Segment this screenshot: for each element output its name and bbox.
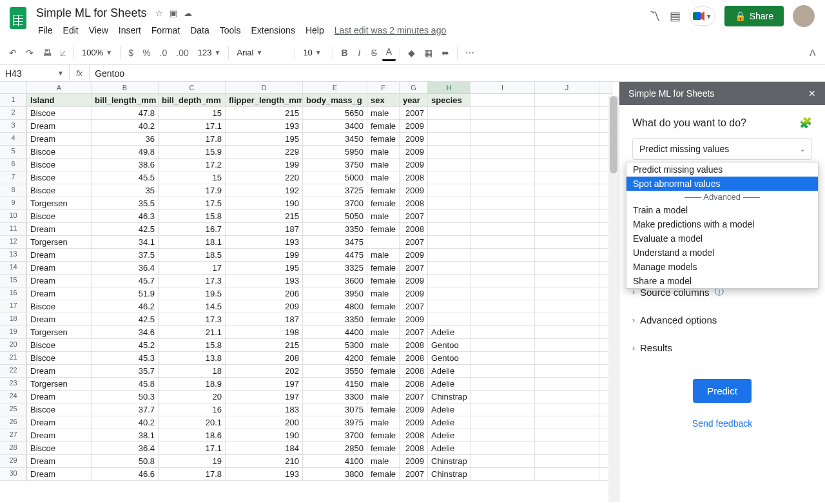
cell[interactable]: Torgersen bbox=[27, 197, 92, 210]
cell[interactable]: 2008 bbox=[400, 197, 428, 210]
cell[interactable]: 47.8 bbox=[92, 107, 159, 120]
row-header[interactable]: 23 bbox=[0, 378, 27, 391]
row-header[interactable]: 22 bbox=[0, 365, 27, 378]
cell[interactable]: Dream bbox=[27, 275, 92, 287]
cell[interactable] bbox=[535, 300, 599, 313]
cell[interactable] bbox=[535, 120, 599, 133]
cell[interactable] bbox=[428, 120, 471, 133]
cell[interactable]: 35.7 bbox=[92, 365, 159, 378]
cell[interactable] bbox=[535, 133, 599, 146]
header-cell[interactable]: sex bbox=[367, 94, 400, 107]
row-header[interactable]: 8 bbox=[0, 184, 27, 197]
cell[interactable]: male bbox=[367, 378, 400, 391]
cell[interactable]: 37.5 bbox=[92, 249, 159, 262]
cell[interactable]: Dream bbox=[27, 120, 92, 133]
column-header[interactable]: E bbox=[303, 82, 367, 94]
cell[interactable]: 2008 bbox=[400, 171, 428, 184]
cell[interactable] bbox=[471, 236, 535, 249]
cell[interactable]: 215 bbox=[226, 210, 303, 223]
task-predictions[interactable]: Make predictions with a model bbox=[626, 217, 818, 231]
cell[interactable]: female bbox=[367, 313, 400, 326]
cell[interactable]: female bbox=[367, 133, 400, 146]
percent-button[interactable]: % bbox=[139, 45, 154, 61]
cell[interactable]: 38.6 bbox=[92, 159, 159, 171]
cell[interactable]: 183 bbox=[226, 403, 303, 416]
task-predict-missing[interactable]: Predict missing values bbox=[626, 162, 818, 177]
cell[interactable]: 190 bbox=[226, 429, 303, 442]
print-button[interactable]: 🖶 bbox=[39, 45, 55, 61]
cell[interactable] bbox=[471, 184, 535, 197]
cell[interactable] bbox=[535, 210, 599, 223]
cell[interactable]: male bbox=[367, 146, 400, 159]
cell[interactable]: 3350 bbox=[303, 313, 367, 326]
cell[interactable]: 16.7 bbox=[159, 223, 226, 236]
cell[interactable]: 5950 bbox=[303, 146, 367, 159]
row-header[interactable]: 18 bbox=[0, 313, 27, 326]
cell[interactable]: female bbox=[367, 442, 400, 455]
cell[interactable]: 15 bbox=[159, 171, 226, 184]
cell[interactable]: 2008 bbox=[400, 365, 428, 378]
cell[interactable]: 17.5 bbox=[159, 197, 226, 210]
cell[interactable] bbox=[535, 391, 599, 403]
cell[interactable]: Biscoe bbox=[27, 300, 92, 313]
row-header[interactable]: 19 bbox=[0, 326, 27, 339]
cell[interactable] bbox=[471, 223, 535, 236]
menu-data[interactable]: Data bbox=[186, 23, 214, 38]
cell[interactable]: Adelie bbox=[428, 365, 471, 378]
cell[interactable]: 202 bbox=[226, 365, 303, 378]
cell[interactable]: male bbox=[367, 107, 400, 120]
cell[interactable]: 193 bbox=[226, 275, 303, 287]
cell[interactable]: Adelie bbox=[428, 326, 471, 339]
cell[interactable]: 187 bbox=[226, 313, 303, 326]
last-edit[interactable]: Last edit was 2 minutes ago bbox=[330, 23, 451, 38]
cell[interactable]: 49.8 bbox=[92, 146, 159, 159]
cell[interactable] bbox=[428, 236, 471, 249]
row-header[interactable]: 15 bbox=[0, 275, 27, 287]
cell[interactable] bbox=[471, 107, 535, 120]
cell[interactable]: 15 bbox=[159, 107, 226, 120]
cell[interactable]: 15.9 bbox=[159, 146, 226, 159]
cell[interactable]: 36 bbox=[92, 133, 159, 146]
cell[interactable]: female bbox=[367, 120, 400, 133]
cell[interactable]: Dream bbox=[27, 416, 92, 429]
comments-icon[interactable]: ▤ bbox=[670, 9, 681, 23]
cell[interactable]: 2009 bbox=[400, 455, 428, 468]
cell[interactable] bbox=[535, 146, 599, 159]
cell[interactable]: 45.5 bbox=[92, 171, 159, 184]
cell[interactable]: 4400 bbox=[303, 326, 367, 339]
menu-extensions[interactable]: Extensions bbox=[246, 23, 299, 38]
cell[interactable]: 18.6 bbox=[159, 429, 226, 442]
cell[interactable]: Biscoe bbox=[27, 210, 92, 223]
column-header[interactable]: D bbox=[226, 82, 303, 94]
cell[interactable]: 229 bbox=[226, 146, 303, 159]
cell[interactable]: Dream bbox=[27, 391, 92, 403]
cell[interactable]: 3400 bbox=[303, 120, 367, 133]
cell[interactable] bbox=[535, 287, 599, 300]
cell[interactable]: 17 bbox=[159, 262, 226, 275]
task-spot-abnormal[interactable]: Spot abnormal values bbox=[626, 177, 818, 191]
cell[interactable]: Torgersen bbox=[27, 378, 92, 391]
cell[interactable]: 15.8 bbox=[159, 339, 226, 352]
row-header[interactable]: 20 bbox=[0, 339, 27, 352]
cell[interactable]: Dream bbox=[27, 429, 92, 442]
row-header[interactable]: 24 bbox=[0, 391, 27, 403]
cell[interactable]: 42.5 bbox=[92, 313, 159, 326]
menu-view[interactable]: View bbox=[84, 23, 113, 38]
cell[interactable]: 2009 bbox=[400, 120, 428, 133]
cell[interactable]: 3325 bbox=[303, 262, 367, 275]
cell[interactable]: male bbox=[367, 171, 400, 184]
cell[interactable] bbox=[428, 249, 471, 262]
cell[interactable]: female bbox=[367, 262, 400, 275]
cell[interactable]: 5050 bbox=[303, 210, 367, 223]
cell[interactable]: Adelie bbox=[428, 416, 471, 429]
row-header[interactable]: 1 bbox=[0, 94, 27, 107]
fill-color-button[interactable]: ◆ bbox=[404, 45, 419, 61]
cell[interactable]: 17.2 bbox=[159, 159, 226, 171]
cell[interactable]: Chinstrap bbox=[428, 391, 471, 403]
menu-format[interactable]: Format bbox=[147, 23, 184, 38]
cell[interactable]: 193 bbox=[226, 120, 303, 133]
task-select[interactable]: Predict missing values⌄ bbox=[632, 138, 812, 160]
cell[interactable] bbox=[535, 313, 599, 326]
cell[interactable]: 199 bbox=[226, 249, 303, 262]
cell[interactable]: 2009 bbox=[400, 287, 428, 300]
